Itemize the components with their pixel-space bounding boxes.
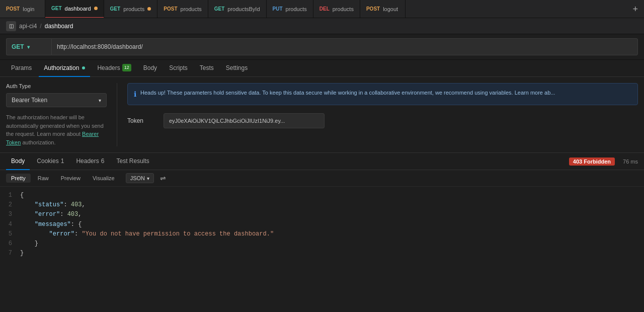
method-value: GET [12,43,24,50]
method-label: POST [6,6,20,12]
code-content: "error": "You do not have permission to … [20,229,638,239]
tab-bar: POST login GET dashboard GET products PO… [0,0,644,18]
method-label: POST [366,6,380,12]
status-badge: 403 Forbidden [569,158,615,166]
info-message: Heads up! These parameters hold sensitiv… [140,89,555,97]
request-tabs: Params Authorization Headers 12 Body Scr… [0,60,644,77]
code-content: } [20,239,638,249]
line-number: 1 [6,191,20,200]
workspace-icon-glyph: ◫ [9,23,14,29]
url-bar: GET ▾ [0,34,644,60]
code-line-5: 5 "error": "You do not have permission t… [0,229,644,239]
workspace-icon: ◫ [6,21,16,31]
method-label: GET [110,6,121,12]
tab-label: logout [383,6,398,12]
info-icon: ℹ [134,89,136,100]
method-label: POST [164,6,177,12]
tab-authorization[interactable]: Authorization [39,60,90,77]
fmt-tab-raw[interactable]: Raw [33,174,54,183]
response-tabs: Body Cookies 1 Headers 6 Test Results 40… [0,153,644,170]
tab-label: products [333,6,354,12]
info-banner: ℹ Heads up! These parameters hold sensit… [127,83,638,105]
token-row: Token [127,113,638,128]
method-label: GET [51,6,62,11]
method-select[interactable]: GET ▾ [6,38,51,55]
line-number: 5 [6,229,20,239]
breadcrumb-current: dashboard [45,23,73,30]
tab-post-login[interactable]: POST login [0,0,45,18]
code-content: "error": 403, [20,210,638,219]
tab-params[interactable]: Params [6,60,37,77]
auth-note: The authorization header will be automat… [6,113,107,146]
tab-settings-label: Settings [226,59,248,76]
tab-get-products[interactable]: GET products [104,0,158,18]
tab-scripts[interactable]: Scripts [164,60,193,77]
headers-badge: 12 [122,64,131,71]
response-tab-cookies[interactable]: Cookies 1 [32,153,69,170]
code-content: { [20,191,638,200]
unsaved-dot [147,7,151,11]
auth-left-panel: Auth Type Bearer Token ▾ The authorizati… [6,83,107,146]
unsaved-dot [94,7,98,10]
code-line-6: 6 } [0,239,644,249]
response-tab-test-results-label: Test Results [116,152,149,170]
fmt-tab-visualize[interactable]: Visualize [88,174,120,183]
format-bar: Pretty Raw Preview Visualize JSON ▾ ⇌ [0,170,644,187]
tab-label: products [286,6,307,12]
method-label: PUT [273,6,283,12]
code-line-7: 7 } [0,249,644,258]
code-line-2: 2 "status": 403, [0,200,644,210]
url-input[interactable] [51,38,638,55]
add-tab-button[interactable]: + [626,0,644,18]
json-format-dropdown[interactable]: JSON ▾ [126,173,154,183]
auth-type-select[interactable]: Bearer Token ▾ [6,93,107,107]
response-tab-body-label: Body [11,152,25,170]
fmt-tab-preview[interactable]: Preview [56,174,86,183]
json-format-label: JSON [130,175,145,181]
breadcrumb-separator: / [40,23,41,30]
tab-post-products[interactable]: POST products [157,0,208,18]
fmt-tab-pretty[interactable]: Pretty [6,174,31,183]
tab-params-label: Params [11,59,32,76]
line-number: 2 [6,200,20,210]
tab-get-dashboard[interactable]: GET dashboard [45,0,104,18]
tab-label: products [123,6,144,12]
tab-tests[interactable]: Tests [195,60,219,77]
chevron-down-icon: ▾ [27,44,30,50]
response-tab-body[interactable]: Body [6,153,30,170]
breadcrumb: ◫ api-ci4 / dashboard [0,18,644,34]
wrap-icon[interactable]: ⇌ [160,174,166,182]
workspace-name[interactable]: api-ci4 [19,23,37,30]
tab-authorization-label: Authorization [44,59,79,76]
code-content: "messages": { [20,220,638,229]
tab-label: login [23,6,34,12]
response-tab-test-results[interactable]: Test Results [111,153,154,170]
tab-get-productsbyid[interactable]: GET productsById [208,0,267,18]
auth-right-panel: ℹ Heads up! These parameters hold sensit… [117,83,638,146]
tab-settings[interactable]: Settings [221,60,253,77]
tab-headers[interactable]: Headers 12 [92,60,136,77]
auth-type-value: Bearer Token [12,97,47,104]
tab-body[interactable]: Body [138,60,162,77]
response-tab-headers[interactable]: Headers 6 [71,153,109,170]
token-input[interactable] [164,113,325,128]
line-number: 3 [6,210,20,219]
method-label: GET [214,6,225,12]
line-number: 4 [6,220,20,229]
auth-panel: Auth Type Bearer Token ▾ The authorizati… [0,77,644,153]
tab-put-products[interactable]: PUT products [267,0,313,18]
method-label: DEL [319,6,330,12]
tab-headers-label: Headers [97,59,120,76]
tab-post-logout[interactable]: POST logout [360,0,406,18]
chevron-down-icon: ▾ [99,98,101,103]
tab-scripts-label: Scripts [169,59,188,76]
fmt-visualize-label: Visualize [93,175,115,181]
chevron-down-icon: ▾ [147,176,149,181]
auth-note-suffix: authorization. [21,139,55,145]
tab-del-products[interactable]: DEL products [313,0,360,18]
cookies-badge: 1 [61,152,64,170]
code-line-3: 3 "error": 403, [0,210,644,219]
response-headers-badge: 6 [101,152,105,170]
tab-label: productsById [227,6,260,12]
response-body: 1 { 2 "status": 403, 3 "error": 403, 4 "… [0,187,644,262]
